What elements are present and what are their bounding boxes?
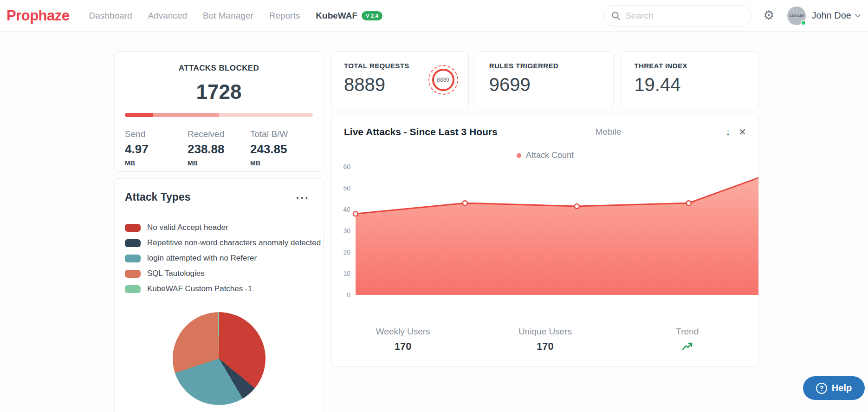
bandwidth-stat-value: 243.85 bbox=[250, 142, 313, 157]
nav-item-advanced[interactable]: Advanced bbox=[148, 11, 187, 21]
nav-item-label: Dashboard bbox=[89, 11, 132, 21]
nav-item-reports[interactable]: Reports bbox=[269, 11, 300, 21]
progress-segment-0 bbox=[125, 113, 153, 117]
search-box[interactable] bbox=[603, 5, 751, 26]
bandwidth-stat-label: Send bbox=[125, 129, 188, 139]
nav-item-label: Reports bbox=[269, 11, 300, 21]
bandwidth-stat-label: Received bbox=[188, 129, 250, 139]
legend-swatch bbox=[125, 270, 141, 278]
y-axis-tick: 20 bbox=[343, 249, 350, 256]
download-icon[interactable]: ↓ bbox=[725, 127, 730, 137]
progress-segment-1 bbox=[153, 113, 219, 117]
bandwidth-stat: Received238.88MB bbox=[188, 129, 250, 167]
nav-item-dashboard[interactable]: Dashboard bbox=[89, 11, 132, 21]
close-icon[interactable]: ✕ bbox=[738, 127, 746, 137]
chevron-down-icon[interactable] bbox=[855, 14, 861, 18]
stat-cards-row: TOTAL REQUESTS88898889RULES TRIGERRED969… bbox=[331, 51, 759, 108]
nav-item-label: Bot Manager bbox=[203, 11, 253, 21]
legend-dot-icon bbox=[517, 153, 521, 158]
help-icon: ? bbox=[816, 383, 827, 394]
y-axis-tick: 60 bbox=[343, 164, 350, 170]
legend-item: Repetitive non-word characters anomaly d… bbox=[125, 238, 313, 248]
live-attacks-chart-svg: 0102030405060 bbox=[332, 164, 759, 303]
bandwidth-stat-unit: MB bbox=[250, 159, 313, 167]
legend-swatch bbox=[125, 285, 141, 293]
y-axis-tick: 30 bbox=[343, 227, 350, 235]
legend-item-label: login attempted with no Referer bbox=[147, 254, 257, 263]
avatar[interactable]: 180x180 bbox=[787, 7, 806, 25]
attack-types-legend: No valid Accept headerRepetitive non-wor… bbox=[125, 223, 313, 294]
attack-types-card: Attack Types ⋯ No valid Accept headerRep… bbox=[114, 178, 324, 412]
live-attacks-chart: 0102030405060 bbox=[332, 164, 758, 303]
chart-footer-label: Trend bbox=[616, 327, 758, 337]
y-axis-tick: 0 bbox=[347, 291, 350, 299]
search-input[interactable] bbox=[625, 11, 743, 21]
legend-item: SQL Tautologies bbox=[125, 269, 313, 278]
legend-item-label: SQL Tautologies bbox=[147, 269, 205, 278]
version-badge: V 2.4 bbox=[362, 11, 382, 20]
data-point-marker[interactable] bbox=[353, 211, 358, 216]
bandwidth-stat-label: Total B/W bbox=[250, 129, 313, 139]
y-axis-tick: 50 bbox=[343, 184, 350, 192]
y-axis-tick: 10 bbox=[343, 270, 350, 277]
legend-swatch bbox=[125, 239, 141, 247]
bandwidth-stat-value: 4.97 bbox=[125, 142, 188, 157]
nav-item-bot-manager[interactable]: Bot Manager bbox=[203, 11, 253, 21]
legend-swatch bbox=[125, 255, 141, 262]
bandwidth-stat-value: 238.88 bbox=[188, 142, 250, 157]
attack-types-header: Attack Types ⋯ bbox=[125, 191, 313, 203]
bandwidth-stats: Send4.97MBReceived238.88MBTotal B/W243.8… bbox=[125, 129, 313, 167]
attacks-blocked-card: ATTACKS BLOCKED 1728 Send4.97MBReceived2… bbox=[114, 51, 324, 172]
stat-card-value: 9699 bbox=[489, 74, 602, 95]
nav-item-kubewaf[interactable]: KubeWAFV 2.4 bbox=[316, 11, 382, 21]
requests-ring-badge: 8889 bbox=[428, 65, 458, 95]
data-point-marker[interactable] bbox=[575, 204, 579, 209]
stat-card-threat-index: THREAT INDEX19.44 bbox=[622, 51, 759, 108]
chart-footer: Weekly Users170Unique Users170Trend bbox=[332, 327, 758, 366]
bandwidth-progress bbox=[125, 113, 313, 117]
legend-swatch bbox=[125, 224, 141, 232]
main-nav: DashboardAdvancedBot ManagerReportsKubeW… bbox=[89, 11, 383, 21]
live-attacks-title: Live Attacks - Since Last 3 Hours bbox=[344, 126, 498, 137]
gear-icon[interactable]: ⚙ bbox=[763, 9, 774, 22]
attacks-blocked-value: 1728 bbox=[125, 80, 313, 104]
user-name[interactable]: John Doe bbox=[811, 10, 851, 21]
main-content: ATTACKS BLOCKED 1728 Send4.97MBReceived2… bbox=[114, 51, 759, 412]
chart-legend: Attack Count bbox=[332, 150, 758, 160]
chart-footer-value bbox=[616, 340, 758, 353]
trend-up-icon bbox=[682, 342, 693, 351]
stat-card-value: 19.44 bbox=[634, 74, 746, 95]
stat-card-label: THREAT INDEX bbox=[634, 62, 746, 70]
search-icon bbox=[611, 11, 621, 20]
topbar-right: ⚙ 180x180 John Doe bbox=[603, 5, 861, 26]
data-point-marker[interactable] bbox=[687, 201, 691, 205]
bandwidth-stat: Send4.97MB bbox=[125, 129, 188, 167]
nav-item-label: KubeWAF bbox=[316, 11, 357, 21]
left-column: ATTACKS BLOCKED 1728 Send4.97MBReceived2… bbox=[114, 51, 324, 412]
chart-footer-stat: Trend bbox=[616, 327, 758, 353]
progress-segment-2 bbox=[219, 113, 313, 117]
legend-item-label: Repetitive non-word characters anomaly d… bbox=[147, 238, 321, 248]
chart-footer-label: Weekly Users bbox=[332, 327, 474, 337]
help-label: Help bbox=[832, 383, 852, 393]
attack-types-title: Attack Types bbox=[125, 191, 190, 203]
stat-card-rules-trigerred: RULES TRIGERRED9699 bbox=[477, 51, 614, 108]
stat-card-label: RULES TRIGERRED bbox=[489, 62, 602, 70]
legend-item: KubeWAF Custom Patches -1 bbox=[125, 284, 313, 294]
legend-item-label: KubeWAF Custom Patches -1 bbox=[147, 284, 252, 294]
more-options-icon[interactable]: ⋯ bbox=[292, 194, 313, 201]
right-column: TOTAL REQUESTS88898889RULES TRIGERRED969… bbox=[331, 51, 759, 367]
legend-item: login attempted with no Referer bbox=[125, 254, 313, 263]
chart-footer-value: 170 bbox=[474, 340, 616, 353]
attacks-blocked-title: ATTACKS BLOCKED bbox=[125, 64, 313, 73]
help-button[interactable]: ? Help bbox=[803, 376, 865, 400]
chart-filter-label[interactable]: Mobile bbox=[596, 127, 622, 137]
legend-item: No valid Accept header bbox=[125, 223, 313, 232]
live-attacks-header: Live Attacks - Since Last 3 Hours Mobile… bbox=[332, 116, 758, 137]
online-status-dot bbox=[801, 20, 806, 26]
chart-footer-stat: Weekly Users170 bbox=[332, 327, 474, 353]
legend-label: Attack Count bbox=[526, 150, 574, 160]
live-attacks-card: Live Attacks - Since Last 3 Hours Mobile… bbox=[331, 116, 759, 367]
requests-ring-value: 8889 bbox=[432, 69, 454, 91]
data-point-marker[interactable] bbox=[463, 201, 467, 205]
